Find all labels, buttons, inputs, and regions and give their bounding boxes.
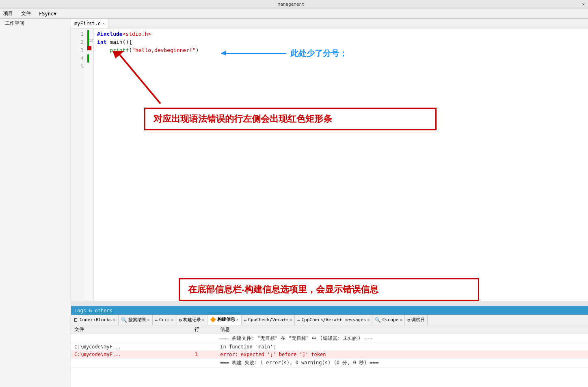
- log-row-1: === 构建文件: "无目标" 在 "无目标" 中 (编译器: 未知的) ===: [71, 334, 588, 343]
- tab-close-build-info[interactable]: ✕: [236, 317, 239, 322]
- tab-icon-build-log: ⚙: [179, 317, 182, 323]
- log-row-2: C:\mycode\myF... In function 'main':: [71, 343, 588, 351]
- gutter-mark-4: [87, 54, 89, 63]
- tab-label-debug: 调试日: [411, 317, 425, 323]
- tab-close-cscope[interactable]: ✕: [400, 318, 402, 322]
- gutter-mark-1: [87, 30, 89, 38]
- tab-label: myFirst.c: [74, 21, 101, 26]
- menu-bar: 项目 文件 FSync▼: [0, 9, 588, 19]
- log-info-3: error: expected ';' before ']' token: [217, 351, 588, 359]
- bottom-tab-cppcheck-msg[interactable]: ✏ CppCheck/Vera++ messages ✕: [295, 315, 372, 325]
- bottom-tab-build-info[interactable]: 🔶 构建信息 ✕: [208, 315, 242, 325]
- hscrollbar[interactable]: [71, 301, 588, 306]
- tab-close-cccc[interactable]: ✕: [171, 318, 173, 322]
- log-file-1: [71, 334, 191, 343]
- code-line-5: [97, 63, 585, 71]
- log-info-4: === 构建 失败: 1 error(s), 0 warning(s) (0 分…: [217, 359, 588, 368]
- editor-area: myFirst.c ✕ 1 2 3 4 5: [71, 19, 588, 306]
- tab-icon-cscope: 🔍: [375, 317, 381, 323]
- log-file-2: C:\mycode\myF...: [71, 343, 191, 351]
- tab-label-cppcheck-msg: CppCheck/Vera++ messages: [301, 317, 366, 322]
- tab-label-cccc: Cccc: [159, 317, 170, 322]
- line-num-5: 5: [73, 63, 84, 71]
- collapse-icon-2[interactable]: −: [89, 39, 93, 42]
- log-file-3: C:\mycode\myF...: [71, 351, 191, 359]
- log-table: 文件 行 信息 === 构建文件: "无目标" 在 "无目标" 中 (编译器: …: [71, 325, 588, 368]
- bottom-tab-cppcheck[interactable]: ✏ CppCheck/Vera++ ✕: [242, 315, 295, 325]
- log-info-2: In function 'main':: [217, 343, 588, 351]
- bottom-panel-header: Logs & others: [71, 307, 588, 315]
- col-header-file: 文件: [71, 325, 191, 334]
- title-text: management: [2, 2, 580, 7]
- code-editor[interactable]: 1 2 3 4 5 −: [71, 28, 588, 301]
- menu-file[interactable]: 文件: [19, 9, 32, 18]
- log-info-1: === 构建文件: "无目标" 在 "无目标" 中 (编译器: 未知的) ===: [217, 334, 588, 343]
- sidebar-item-workspace[interactable]: 工作空间: [0, 19, 71, 28]
- gutter-error-3: [87, 46, 91, 50]
- tab-label-cppcheck: CppCheck/Vera++: [248, 317, 288, 322]
- bottom-tab-cccc[interactable]: ✏ Cccc ✕: [153, 315, 177, 325]
- tab-label-build-info: 构建信息: [217, 316, 235, 322]
- code-content[interactable]: #include<stdio.h> int main(){ printf("he…: [94, 28, 588, 301]
- bottom-tab-search[interactable]: 🔍 搜索结果 ✕: [119, 315, 153, 325]
- code-line-3: printf("hello,devbeginner!"): [97, 46, 585, 54]
- bottom-panel-title: Logs & others: [74, 308, 112, 313]
- tab-label-search: 搜索结果: [128, 317, 146, 323]
- tab-label-codeblocks: Code::Blocks: [80, 317, 112, 322]
- line-numbers: 1 2 3 4 5: [71, 28, 87, 301]
- tab-icon-debug: ⚙: [407, 317, 410, 323]
- tab-icon-build-info: 🔶: [210, 317, 216, 322]
- tab-close-cppcheck-msg[interactable]: ✕: [367, 318, 370, 322]
- col-header-info: 信息: [217, 325, 588, 334]
- tab-icon-cccc: ✏: [155, 317, 158, 323]
- bottom-tab-cscope[interactable]: 🔍 Cscope ✕: [372, 315, 405, 325]
- bottom-tab-debug[interactable]: ⚙ 调试日: [405, 315, 428, 325]
- code-line-2: int main(){: [97, 38, 585, 46]
- bottom-content: 文件 行 信息 === 构建文件: "无目标" 在 "无目标" 中 (编译器: …: [71, 325, 588, 387]
- tab-close-codeblocks[interactable]: ✕: [113, 318, 115, 322]
- log-row-4: === 构建 失败: 1 error(s), 0 warning(s) (0 分…: [71, 359, 588, 368]
- main-layout: 工作空间 myFirst.c ✕ 1 2 3 4 5: [0, 19, 588, 387]
- tab-label-cscope: Cscope: [382, 317, 398, 322]
- line-num-2: 2: [73, 38, 84, 46]
- title-bar: management ✕: [0, 0, 588, 9]
- tab-icon-codeblocks: 🗒: [74, 317, 78, 323]
- code-line-1: #include<stdio.h>: [97, 30, 585, 38]
- bottom-tab-codeblocks[interactable]: 🗒 Code::Blocks ✕: [71, 315, 119, 325]
- line-num-4: 4: [73, 54, 84, 63]
- log-line-3: 3: [191, 351, 217, 359]
- close-button[interactable]: ✕: [580, 2, 586, 7]
- tab-close-search[interactable]: ✕: [147, 318, 150, 322]
- tab-icon-cppcheck-msg: ✏: [297, 317, 300, 323]
- menu-fsync[interactable]: FSync▼: [37, 10, 58, 17]
- log-line-4: [191, 359, 217, 368]
- log-file-4: [71, 359, 191, 368]
- log-line-1: [191, 334, 217, 343]
- gutter: −: [87, 28, 94, 301]
- col-header-line: 行: [191, 325, 217, 334]
- sidebar: 工作空间: [0, 19, 71, 387]
- tab-close-cppcheck[interactable]: ✕: [290, 318, 292, 322]
- tab-bar: myFirst.c ✕: [71, 19, 588, 28]
- line-num-1: 1: [73, 30, 84, 38]
- tab-close[interactable]: ✕: [102, 21, 105, 26]
- editor-tab[interactable]: myFirst.c ✕: [71, 19, 108, 28]
- log-line-2: [191, 343, 217, 351]
- tab-label-build-log: 构建记录: [183, 317, 201, 323]
- bottom-tab-build-log[interactable]: ⚙ 构建记录 ✕: [176, 315, 207, 325]
- menu-project[interactable]: 项目: [2, 9, 15, 18]
- tab-icon-search: 🔍: [121, 317, 127, 323]
- tab-icon-cppcheck: ✏: [244, 317, 247, 323]
- line-num-3: 3: [73, 46, 84, 54]
- code-line-4: [97, 54, 585, 63]
- log-row-3[interactable]: C:\mycode\myF... 3 error: expected ';' b…: [71, 351, 588, 359]
- bottom-panel: Logs & others 🗒 Code::Blocks ✕ 🔍 搜索结果 ✕ …: [71, 306, 588, 387]
- bottom-tabs: 🗒 Code::Blocks ✕ 🔍 搜索结果 ✕ ✏ Cccc ✕ ⚙ 构建记…: [71, 315, 588, 325]
- tab-close-build-log[interactable]: ✕: [202, 318, 205, 322]
